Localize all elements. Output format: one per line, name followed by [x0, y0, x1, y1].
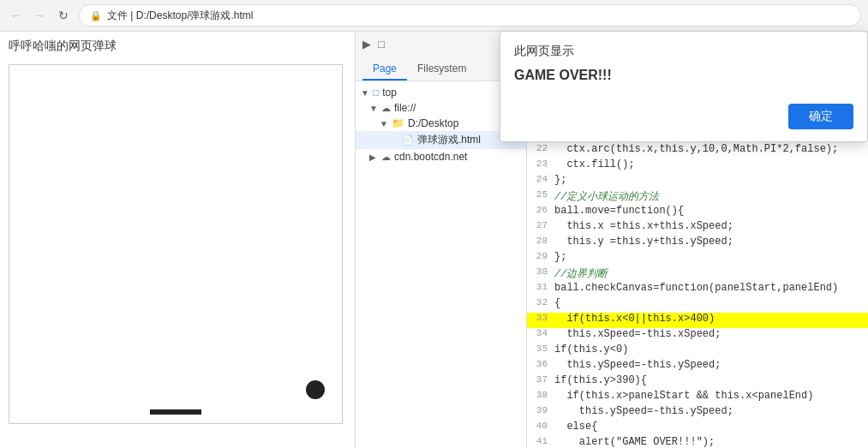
dialog-confirm-button[interactable]: 确定	[788, 104, 853, 129]
dialog-content: GAME OVER!!!	[500, 64, 867, 97]
dialog-box: 此网页显示 GAME OVER!!! 确定	[500, 31, 868, 142]
dialog-footer: 确定	[500, 97, 867, 141]
dialog-header: 此网页显示	[500, 32, 867, 64]
dialog-overlay: 此网页显示 GAME OVER!!! 确定	[0, 0, 868, 448]
